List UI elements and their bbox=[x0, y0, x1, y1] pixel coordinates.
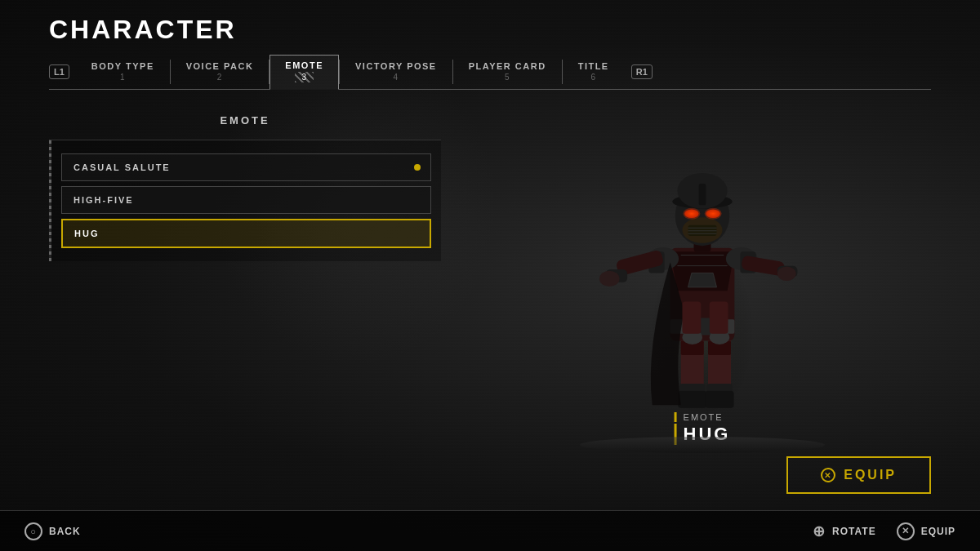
emote-name-casual-salute: CASUAL SALUTE bbox=[74, 162, 171, 172]
tab-emote[interactable]: EMOTE 3 bbox=[270, 55, 339, 90]
emote-item-hug[interactable]: HUG bbox=[61, 219, 431, 248]
equip-label: EQUIP bbox=[844, 468, 897, 482]
equip-bottom-icon: ✕ bbox=[897, 522, 915, 540]
selected-dot bbox=[414, 164, 421, 171]
rotate-label: ROTATE bbox=[832, 526, 876, 537]
svg-point-36 bbox=[705, 208, 722, 220]
svg-point-35 bbox=[683, 208, 700, 220]
emote-item-casual-salute[interactable]: CASUAL SALUTE bbox=[61, 153, 431, 181]
character-platform bbox=[580, 437, 825, 453]
section-title: EMOTE bbox=[49, 114, 441, 127]
emote-name-high-five: HIGH-FIVE bbox=[74, 195, 134, 205]
back-icon: ○ bbox=[24, 522, 42, 540]
tab-victory-pose[interactable]: VICTORY POSE 4 bbox=[340, 56, 452, 88]
equip-icon: ✕ bbox=[821, 468, 835, 482]
page-title: CHARACTER bbox=[49, 15, 931, 45]
main-content: EMOTE CASUAL SALUTE HIGH-FIVE HUG bbox=[0, 90, 980, 502]
left-panel: EMOTE CASUAL SALUTE HIGH-FIVE HUG bbox=[49, 114, 441, 502]
emote-name-hug: HUG bbox=[74, 229, 99, 238]
svg-rect-8 bbox=[706, 391, 734, 408]
svg-rect-7 bbox=[678, 391, 706, 408]
tab-body-type[interactable]: BODY TYPE 1 bbox=[76, 56, 170, 88]
right-panel: EMOTE HUG ✕ EQUIP bbox=[474, 114, 931, 502]
rotate-icon: ⊕ bbox=[813, 522, 826, 540]
svg-rect-42 bbox=[683, 301, 702, 333]
l1-button[interactable]: L1 bbox=[49, 64, 69, 79]
tabs-container: L1 BODY TYPE 1 VOICE PACK 2 EMOTE 3 VICT… bbox=[49, 55, 931, 90]
character-figure bbox=[572, 98, 833, 441]
svg-rect-43 bbox=[710, 301, 728, 333]
svg-rect-27 bbox=[699, 184, 706, 205]
svg-marker-39 bbox=[688, 273, 717, 287]
emote-list: CASUAL SALUTE HIGH-FIVE HUG bbox=[49, 140, 441, 261]
emote-item-high-five[interactable]: HIGH-FIVE bbox=[61, 186, 431, 214]
equip-action-bottom[interactable]: ✕ EQUIP bbox=[897, 522, 956, 540]
back-label: BACK bbox=[49, 526, 81, 537]
svg-point-19 bbox=[599, 271, 620, 287]
back-action[interactable]: ○ BACK bbox=[24, 522, 81, 540]
r1-button[interactable]: R1 bbox=[631, 64, 653, 79]
header: CHARACTER L1 BODY TYPE 1 VOICE PACK 2 EM… bbox=[0, 0, 980, 90]
bottom-bar: ○ BACK ⊕ ROTATE ✕ EQUIP bbox=[0, 510, 980, 551]
tab-voice-pack[interactable]: VOICE PACK 2 bbox=[171, 56, 270, 88]
equip-bottom-label: EQUIP bbox=[921, 526, 956, 537]
tab-player-card[interactable]: PLAYER CARD 5 bbox=[453, 56, 562, 88]
rotate-action[interactable]: ⊕ ROTATE bbox=[813, 522, 876, 540]
svg-point-22 bbox=[777, 267, 796, 282]
tab-title[interactable]: TITLE 6 bbox=[563, 56, 625, 88]
equip-info-label: EMOTE bbox=[675, 412, 731, 422]
equip-button-large[interactable]: ✕ EQUIP bbox=[786, 456, 931, 494]
bottom-actions-right: ⊕ ROTATE ✕ EQUIP bbox=[813, 522, 956, 540]
